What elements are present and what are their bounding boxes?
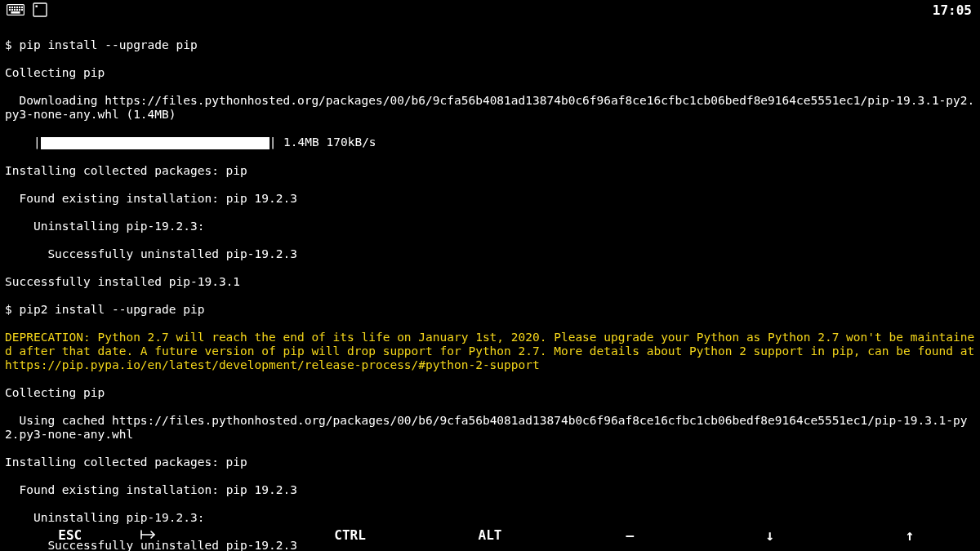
terminal-session-icon[interactable]	[33, 2, 47, 17]
progress-line: || 1.4MB 170kB/s	[5, 136, 975, 150]
svg-point-5	[19, 7, 20, 7]
alt-key[interactable]: ALT	[420, 528, 559, 542]
deprecation-warning: DEPRECATION: Python 2.7 will reach the e…	[5, 331, 975, 372]
topbar-left-icons	[5, 2, 47, 17]
svg-point-11	[19, 9, 20, 10]
tab-key[interactable]	[140, 529, 279, 540]
android-terminal-topbar: 17:05	[0, 0, 980, 20]
svg-point-1	[9, 7, 10, 7]
output-line: Using cached https://files.pythonhosted.…	[5, 414, 975, 442]
output-line: Found existing installation: pip 19.2.3	[5, 192, 975, 206]
output-line: Uninstalling pip-19.2.3:	[5, 220, 975, 233]
arrow-up-key[interactable]: ↑	[840, 528, 980, 542]
extra-keys-bar: ESC CTRL ALT — ↓ ↑	[0, 518, 980, 551]
output-line: Installing collected packages: pip	[5, 455, 975, 469]
command-line: $ pip2 install --upgrade pip	[5, 303, 975, 317]
terminal-output[interactable]: $ pip install --upgrade pip Collecting p…	[5, 24, 975, 551]
svg-point-3	[14, 7, 15, 7]
output-line: Downloading https://files.pythonhosted.o…	[5, 94, 975, 122]
svg-point-10	[16, 9, 17, 10]
command-text: pip2 install --upgrade pip	[19, 303, 204, 316]
progress-bar	[41, 136, 270, 150]
svg-point-9	[14, 9, 15, 10]
svg-point-8	[11, 9, 12, 10]
esc-key[interactable]: ESC	[0, 528, 140, 542]
output-line: Collecting pip	[5, 386, 975, 400]
output-line: Installing collected packages: pip	[5, 164, 975, 178]
output-line: Successfully installed pip-19.3.1	[5, 275, 975, 289]
svg-point-6	[21, 7, 22, 7]
svg-point-4	[16, 7, 17, 7]
clock-time: 17:05	[933, 3, 975, 17]
command-line: $ pip install --upgrade pip	[5, 38, 975, 52]
svg-point-2	[11, 7, 12, 7]
ctrl-key[interactable]: CTRL	[280, 528, 420, 542]
svg-rect-14	[33, 3, 47, 16]
dash-key[interactable]: —	[560, 528, 700, 542]
svg-point-12	[21, 9, 22, 10]
progress-right: | 1.4MB 170kB/s	[270, 136, 376, 149]
svg-point-7	[9, 9, 10, 10]
prompt: $	[5, 38, 19, 51]
output-line: Found existing installation: pip 19.2.3	[5, 483, 975, 497]
output-line: Successfully uninstalled pip-19.2.3	[5, 247, 975, 261]
arrow-down-key[interactable]: ↓	[700, 528, 840, 542]
output-line: Collecting pip	[5, 66, 975, 80]
svg-rect-15	[36, 6, 38, 7]
command-text: pip install --upgrade pip	[19, 38, 197, 51]
progress-bar-fill	[41, 137, 270, 149]
prompt: $	[5, 303, 19, 316]
progress-left: |	[5, 136, 41, 149]
svg-rect-13	[11, 12, 20, 14]
keyboard-icon[interactable]	[7, 4, 24, 16]
